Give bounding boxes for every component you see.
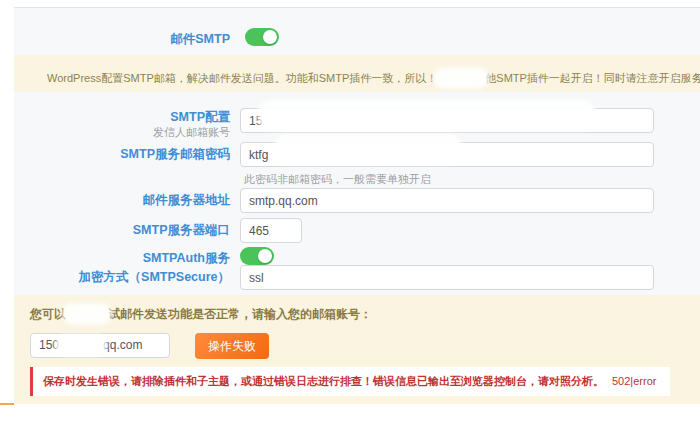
field-label-server-port: SMTP服务器端口 [14,223,230,237]
sender-email-input[interactable] [240,108,654,133]
notice-bar: WordPress配置SMTP邮箱，解决邮件发送问题。功能和SMTP插件一致，所… [14,55,700,92]
test-prompt-after: 试邮件发送功能是否正常，请输入您的邮箱账号： [108,307,372,321]
toggle-knob-icon [258,249,272,263]
notice-text-after: 他SMTP插件一起开启！同时请注意开启服务器对应的端口！ [485,72,700,84]
toggle-knob-icon [263,30,277,44]
smtp-auth-toggle[interactable] [240,247,274,265]
encryption-input[interactable] [240,265,654,290]
field-sublabel-sender-account: 发信人邮箱账号 [14,125,230,139]
test-prompt-redaction [66,307,108,321]
error-code: 502|error [612,375,656,387]
section-smtp-toggle: 邮件SMTP [14,8,700,55]
notice-text: WordPress配置SMTP邮箱，解决邮件发送问题。功能和SMTP插件一致，所… [47,68,700,87]
field-label-server-address: 邮件服务器地址 [14,193,230,207]
error-message: 保存时发生错误，请排除插件和子主题，或通过错误日志进行排查！错误信息已输出至浏览… [43,375,604,387]
test-prompt-before: 您可以 [30,307,66,321]
field-label-smtp-config: SMTP配置 [14,110,230,124]
notice-redaction [437,71,485,85]
field-label-smtp-password: SMTP服务邮箱密码 [14,147,230,161]
test-email-prefix: 150 [39,338,59,352]
smtp-enable-toggle[interactable] [245,28,279,46]
smtp-password-help: 此密码非邮箱密码，一般需要单独开启 [244,172,431,187]
test-email-input[interactable]: 150qq.com [30,333,170,358]
smtp-toggle-label: 邮件SMTP [14,32,230,46]
smtp-settings-page: 邮件SMTP WordPress配置SMTP邮箱，解决邮件发送问题。功能和SMT… [0,0,700,421]
test-mail-prompt: 您可以试邮件发送功能是否正常，请输入您的邮箱账号： [30,304,372,323]
server-address-input[interactable] [240,188,654,213]
send-test-button[interactable]: 操作失败 [195,333,269,359]
section-test-mail: 您可以试邮件发送功能是否正常，请输入您的邮箱账号： 150qq.com 操作失败… [14,295,700,404]
server-port-input[interactable] [240,218,302,243]
section-smtp-form: SMTP配置 发信人邮箱账号 SMTP服务邮箱密码 此密码非邮箱密码，一般需要单… [14,92,700,295]
test-email-redaction [59,338,103,352]
field-label-smtp-auth: SMTPAuth服务 [14,251,230,265]
field-label-encryption: 加密方式（SMTPSecure） [14,270,230,284]
smtp-password-input[interactable] [240,142,654,167]
notice-text-before: WordPress配置SMTP邮箱，解决邮件发送问题。功能和SMTP插件一致，所… [47,72,437,84]
save-error-alert: 保存时发生错误，请排除插件和子主题，或通过错误日志进行排查！错误信息已输出至浏览… [30,367,670,396]
test-email-suffix: qq.com [103,338,142,352]
bottom-edge-tick [0,403,14,405]
